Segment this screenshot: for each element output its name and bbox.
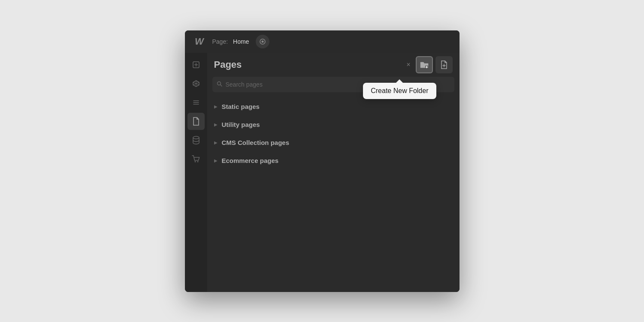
sidebar-icon-database[interactable] bbox=[187, 132, 205, 149]
logo-text: W bbox=[195, 36, 204, 47]
create-folder-tooltip-wrapper: Create New Folder bbox=[363, 83, 436, 99]
sidebar-icon-pages[interactable] bbox=[187, 113, 205, 130]
section-utility-pages[interactable]: ▶ Utility pages bbox=[209, 116, 458, 133]
section-cms-pages[interactable]: ▶ CMS Collection pages bbox=[209, 134, 458, 151]
left-sidebar bbox=[185, 53, 207, 292]
section-label-static: Static pages bbox=[222, 103, 260, 110]
tooltip-text: Create New Folder bbox=[371, 87, 428, 94]
create-folder-tooltip: Create New Folder bbox=[363, 83, 436, 99]
panel-header: Pages × Create New bbox=[207, 53, 460, 77]
create-folder-button[interactable]: Create New Folder bbox=[416, 56, 433, 73]
sidebar-icon-add[interactable] bbox=[187, 56, 205, 73]
chevron-icon-cms: ▶ bbox=[214, 140, 218, 145]
preview-icon[interactable] bbox=[256, 35, 269, 48]
page-label: Page: bbox=[212, 38, 228, 45]
svg-point-10 bbox=[197, 161, 198, 162]
sidebar-icon-cube[interactable] bbox=[187, 75, 205, 92]
section-label-cms: CMS Collection pages bbox=[222, 139, 290, 146]
svg-line-17 bbox=[220, 84, 222, 86]
sidebar-icon-layers[interactable] bbox=[187, 94, 205, 111]
pages-panel: Pages × Create New bbox=[207, 53, 460, 292]
webflow-logo: W bbox=[192, 34, 207, 49]
section-ecommerce-pages[interactable]: ▶ Ecommerce pages bbox=[209, 152, 458, 169]
svg-point-8 bbox=[193, 136, 199, 139]
section-label-utility: Utility pages bbox=[222, 121, 260, 128]
panel-title: Pages bbox=[214, 59, 402, 70]
close-button[interactable]: × bbox=[405, 59, 412, 70]
chevron-icon-utility: ▶ bbox=[214, 122, 218, 127]
section-label-ecommerce: Ecommerce pages bbox=[222, 157, 279, 164]
section-static-pages[interactable]: ▶ Static pages bbox=[209, 98, 458, 115]
app-window: W Page: Home bbox=[185, 30, 460, 292]
chevron-icon-ecommerce: ▶ bbox=[214, 158, 218, 163]
svg-point-9 bbox=[194, 161, 196, 162]
create-page-button[interactable] bbox=[435, 56, 453, 73]
main-area: Pages × Create New bbox=[185, 53, 460, 292]
top-bar: W Page: Home bbox=[185, 30, 460, 53]
chevron-icon-static: ▶ bbox=[214, 104, 218, 109]
header-actions: Create New Folder bbox=[416, 56, 453, 73]
page-name: Home bbox=[233, 38, 249, 45]
sidebar-icon-cart[interactable] bbox=[187, 150, 205, 168]
svg-point-1 bbox=[262, 40, 264, 42]
pages-list: ▶ Static pages ▶ Utility pages ▶ CMS Col… bbox=[207, 97, 460, 292]
search-icon bbox=[217, 81, 222, 88]
